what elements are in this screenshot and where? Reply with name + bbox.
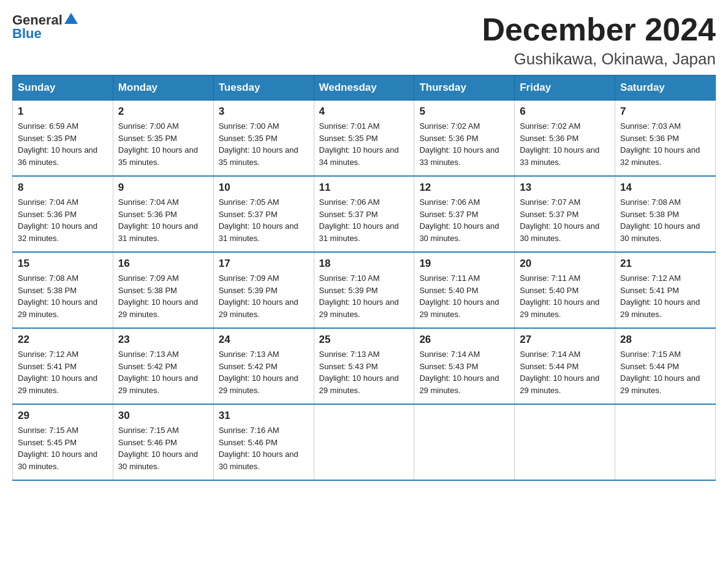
day-info: Sunrise: 7:01 AMSunset: 5:35 PMDaylight:…	[319, 120, 409, 168]
calendar-cell	[515, 404, 615, 480]
calendar-cell: 3Sunrise: 7:00 AMSunset: 5:35 PMDaylight…	[213, 101, 314, 177]
day-info: Sunrise: 7:09 AMSunset: 5:38 PMDaylight:…	[118, 272, 208, 320]
day-info: Sunrise: 7:03 AMSunset: 5:36 PMDaylight:…	[620, 120, 710, 168]
day-info: Sunrise: 7:14 AMSunset: 5:44 PMDaylight:…	[520, 348, 610, 396]
calendar-header-row: SundayMondayTuesdayWednesdayThursdayFrid…	[13, 75, 716, 101]
day-info: Sunrise: 7:06 AMSunset: 5:37 PMDaylight:…	[319, 196, 409, 244]
day-info: Sunrise: 7:13 AMSunset: 5:43 PMDaylight:…	[319, 348, 409, 396]
calendar-cell: 22Sunrise: 7:12 AMSunset: 5:41 PMDayligh…	[13, 328, 113, 404]
calendar-cell: 17Sunrise: 7:09 AMSunset: 5:39 PMDayligh…	[213, 252, 314, 328]
day-info: Sunrise: 7:02 AMSunset: 5:36 PMDaylight:…	[419, 120, 509, 168]
calendar-cell: 10Sunrise: 7:05 AMSunset: 5:37 PMDayligh…	[213, 176, 314, 252]
calendar-cell: 8Sunrise: 7:04 AMSunset: 5:36 PMDaylight…	[13, 176, 113, 252]
day-number: 17	[219, 258, 309, 270]
day-number: 13	[520, 182, 610, 194]
calendar-cell: 14Sunrise: 7:08 AMSunset: 5:38 PMDayligh…	[615, 176, 716, 252]
logo: General Blue	[12, 12, 78, 42]
day-number: 4	[319, 105, 409, 118]
calendar-cell: 21Sunrise: 7:12 AMSunset: 5:41 PMDayligh…	[615, 252, 716, 328]
day-number: 30	[118, 410, 208, 422]
calendar-cell: 27Sunrise: 7:14 AMSunset: 5:44 PMDayligh…	[515, 328, 615, 404]
day-info: Sunrise: 7:07 AMSunset: 5:37 PMDaylight:…	[520, 196, 610, 244]
calendar-cell: 15Sunrise: 7:08 AMSunset: 5:38 PMDayligh…	[13, 252, 113, 328]
calendar-cell: 2Sunrise: 7:00 AMSunset: 5:35 PMDaylight…	[113, 101, 213, 177]
calendar-cell	[414, 404, 515, 480]
calendar-cell: 11Sunrise: 7:06 AMSunset: 5:37 PMDayligh…	[314, 176, 414, 252]
day-info: Sunrise: 7:09 AMSunset: 5:39 PMDaylight:…	[219, 272, 309, 320]
header-wednesday: Wednesday	[314, 75, 414, 101]
calendar-cell: 24Sunrise: 7:13 AMSunset: 5:42 PMDayligh…	[213, 328, 314, 404]
day-number: 11	[319, 182, 409, 194]
title-block: December 2024 Gushikawa, Okinawa, Japan	[482, 12, 716, 69]
day-info: Sunrise: 7:11 AMSunset: 5:40 PMDaylight:…	[520, 272, 610, 320]
header-sunday: Sunday	[13, 75, 113, 101]
header-friday: Friday	[515, 75, 615, 101]
day-info: Sunrise: 7:15 AMSunset: 5:46 PMDaylight:…	[118, 424, 208, 472]
day-info: Sunrise: 7:04 AMSunset: 5:36 PMDaylight:…	[18, 196, 108, 244]
calendar-cell: 28Sunrise: 7:15 AMSunset: 5:44 PMDayligh…	[615, 328, 716, 404]
day-info: Sunrise: 7:13 AMSunset: 5:42 PMDaylight:…	[219, 348, 309, 396]
calendar-subtitle: Gushikawa, Okinawa, Japan	[482, 50, 716, 69]
day-number: 21	[620, 258, 710, 270]
day-number: 31	[219, 410, 309, 422]
calendar-cell: 31Sunrise: 7:16 AMSunset: 5:46 PMDayligh…	[213, 404, 314, 480]
header-thursday: Thursday	[414, 75, 515, 101]
day-info: Sunrise: 7:13 AMSunset: 5:42 PMDaylight:…	[118, 348, 208, 396]
calendar-cell: 7Sunrise: 7:03 AMSunset: 5:36 PMDaylight…	[615, 101, 716, 177]
calendar-cell: 16Sunrise: 7:09 AMSunset: 5:38 PMDayligh…	[113, 252, 213, 328]
calendar-week-row: 1Sunrise: 6:59 AMSunset: 5:35 PMDaylight…	[13, 101, 716, 177]
calendar-cell: 25Sunrise: 7:13 AMSunset: 5:43 PMDayligh…	[314, 328, 414, 404]
calendar-week-row: 15Sunrise: 7:08 AMSunset: 5:38 PMDayligh…	[13, 252, 716, 328]
day-info: Sunrise: 7:06 AMSunset: 5:37 PMDaylight:…	[419, 196, 509, 244]
calendar-cell: 29Sunrise: 7:15 AMSunset: 5:45 PMDayligh…	[13, 404, 113, 480]
day-number: 6	[520, 105, 610, 118]
day-info: Sunrise: 7:04 AMSunset: 5:36 PMDaylight:…	[118, 196, 208, 244]
day-info: Sunrise: 7:08 AMSunset: 5:38 PMDaylight:…	[18, 272, 108, 320]
day-number: 16	[118, 258, 208, 270]
calendar-cell: 26Sunrise: 7:14 AMSunset: 5:43 PMDayligh…	[414, 328, 515, 404]
day-number: 12	[419, 182, 509, 194]
day-number: 27	[520, 334, 610, 346]
calendar-cell: 20Sunrise: 7:11 AMSunset: 5:40 PMDayligh…	[515, 252, 615, 328]
calendar-cell	[615, 404, 716, 480]
day-info: Sunrise: 6:59 AMSunset: 5:35 PMDaylight:…	[18, 120, 108, 168]
day-info: Sunrise: 7:00 AMSunset: 5:35 PMDaylight:…	[118, 120, 208, 168]
day-info: Sunrise: 7:05 AMSunset: 5:37 PMDaylight:…	[219, 196, 309, 244]
calendar-cell: 13Sunrise: 7:07 AMSunset: 5:37 PMDayligh…	[515, 176, 615, 252]
logo-text-blue: Blue	[12, 26, 42, 42]
calendar-cell: 18Sunrise: 7:10 AMSunset: 5:39 PMDayligh…	[314, 252, 414, 328]
day-number: 25	[319, 334, 409, 346]
day-info: Sunrise: 7:11 AMSunset: 5:40 PMDaylight:…	[419, 272, 509, 320]
day-number: 9	[118, 182, 208, 194]
day-number: 14	[620, 182, 710, 194]
calendar-week-row: 22Sunrise: 7:12 AMSunset: 5:41 PMDayligh…	[13, 328, 716, 404]
day-number: 7	[620, 105, 710, 118]
day-number: 20	[520, 258, 610, 270]
day-number: 29	[18, 410, 108, 422]
svg-marker-0	[64, 13, 78, 24]
day-info: Sunrise: 7:00 AMSunset: 5:35 PMDaylight:…	[219, 120, 309, 168]
calendar-week-row: 29Sunrise: 7:15 AMSunset: 5:45 PMDayligh…	[13, 404, 716, 480]
day-info: Sunrise: 7:12 AMSunset: 5:41 PMDaylight:…	[18, 348, 108, 396]
day-info: Sunrise: 7:15 AMSunset: 5:44 PMDaylight:…	[620, 348, 710, 396]
header-tuesday: Tuesday	[213, 75, 314, 101]
header-monday: Monday	[113, 75, 213, 101]
day-number: 18	[319, 258, 409, 270]
day-number: 1	[18, 105, 108, 118]
day-info: Sunrise: 7:02 AMSunset: 5:36 PMDaylight:…	[520, 120, 610, 168]
day-info: Sunrise: 7:12 AMSunset: 5:41 PMDaylight:…	[620, 272, 710, 320]
page-header: General Blue December 2024 Gushikawa, Ok…	[12, 12, 716, 69]
day-number: 24	[219, 334, 309, 346]
day-number: 19	[419, 258, 509, 270]
calendar-cell: 12Sunrise: 7:06 AMSunset: 5:37 PMDayligh…	[414, 176, 515, 252]
logo-triangle-icon	[64, 12, 78, 25]
day-number: 10	[219, 182, 309, 194]
day-number: 22	[18, 334, 108, 346]
day-number: 26	[419, 334, 509, 346]
day-info: Sunrise: 7:16 AMSunset: 5:46 PMDaylight:…	[219, 424, 309, 472]
calendar-cell	[314, 404, 414, 480]
day-number: 2	[118, 105, 208, 118]
day-number: 3	[219, 105, 309, 118]
calendar-title: December 2024	[482, 12, 716, 47]
day-info: Sunrise: 7:08 AMSunset: 5:38 PMDaylight:…	[620, 196, 710, 244]
